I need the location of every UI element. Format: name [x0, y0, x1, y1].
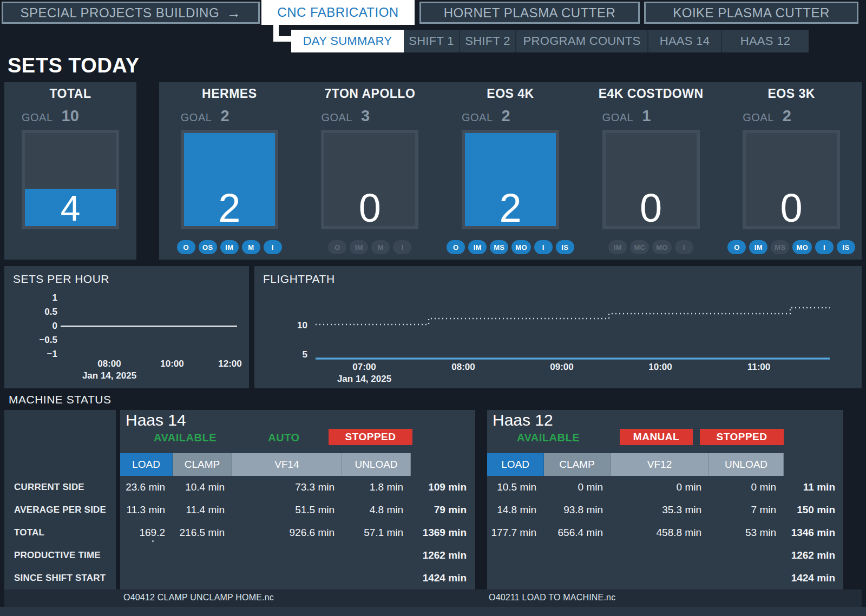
arrow-right-icon: →	[227, 6, 241, 20]
table-row-total: 177.7 min 656.4 min 458.8 min 53 min 134…	[487, 521, 843, 544]
cell: 35.3 min	[611, 504, 709, 516]
goal-value: 2	[502, 107, 510, 125]
dashboard-root: SPECIAL PROJECTS BUILDING → CNC FABRICAT…	[0, 0, 866, 616]
station-clamp: CLAMP	[544, 453, 611, 476]
subtab-label: PROGRAM COUNTS	[523, 34, 641, 48]
table-row-productive-time: 1262 min	[120, 544, 475, 567]
station-vf14: VF14	[232, 453, 342, 476]
goal-value: 10	[62, 107, 79, 125]
step-badge: I	[393, 240, 411, 254]
step-badges: O IM MS MO I IS	[440, 240, 581, 254]
subtab-label: DAY SUMMARY	[303, 34, 392, 48]
subtab-program-counts[interactable]: PROGRAM COUNTS	[515, 30, 647, 52]
flightpath-target-line	[316, 308, 830, 324]
sets-card-7ton-apollo: 7TON APOLLO GOAL 3 0 O IM M I	[300, 82, 441, 260]
goal-label: GOAL	[321, 111, 352, 124]
subtab-label: SHIFT 1	[409, 34, 454, 48]
nav-tab-label: KOIKE PLASMA CUTTER	[673, 5, 830, 21]
step-badge: MS	[490, 240, 508, 254]
nav-tab-cnc-fabrication[interactable]: CNC FABRICATION	[261, 0, 415, 25]
svg-text:5: 5	[303, 349, 307, 360]
sets-count: 0	[743, 188, 840, 228]
row-label-productive-time: PRODUCTIVE TIME	[14, 550, 117, 561]
svg-text:09:00: 09:00	[550, 362, 573, 372]
card-title: E4K COSTDOWN	[581, 87, 721, 101]
nav-tab-label: HORNET PLASMA CUTTER	[444, 5, 616, 21]
haas-12-program-name: O40211 LOAD TO MACHINE.nc	[489, 593, 615, 602]
step-badge: O	[447, 240, 465, 254]
goal-label: GOAL	[22, 111, 53, 124]
table-row-total: 169.2 216.5 min 926.6 min 57.1 min 1369 …	[120, 521, 475, 544]
row-label-total: TOTAL	[14, 527, 117, 538]
step-badges: O IM MS MO I IS	[721, 240, 862, 254]
machine-name: Haas 12	[493, 411, 553, 429]
nav-tab-hornet-plasma-cutter[interactable]: HORNET PLASMA CUTTER	[419, 2, 640, 24]
step-badge: IS	[556, 240, 574, 254]
status-manual-badge: MANUAL	[620, 429, 693, 445]
cell: 926.6 min	[232, 527, 342, 539]
flightpath-panel: FLIGHTPATH 10 5 07:00 08:00 09:00 10:00 …	[254, 266, 862, 388]
subtab-shift-1[interactable]: SHIFT 1	[404, 30, 459, 52]
goal-row: GOAL 10	[22, 107, 119, 125]
card-title: 7TON APOLLO	[300, 87, 441, 101]
svg-text:0.5: 0.5	[44, 307, 57, 317]
sets-gauge: 0	[743, 130, 840, 229]
subtab-shift-2[interactable]: SHIFT 2	[459, 30, 515, 52]
step-badges: O IM M I	[300, 240, 441, 254]
nav-building-label: SPECIAL PROJECTS BUILDING	[20, 5, 219, 21]
page-title: SETS TODAY	[8, 54, 140, 77]
cell: 93.8 min	[544, 504, 611, 516]
step-badge: IS	[837, 240, 855, 254]
status-available: AVAILABLE	[150, 432, 220, 444]
svg-text:10:00: 10:00	[160, 359, 183, 369]
step-badges: O OS IM M I	[159, 240, 300, 254]
step-badge: MC	[630, 240, 649, 254]
status-stopped-badge: STOPPED	[329, 429, 412, 445]
card-title: EOS 3K	[721, 87, 862, 101]
subtab-haas-12[interactable]: HAAS 12	[721, 30, 809, 52]
svg-text:Jan 14, 2025: Jan 14, 2025	[337, 374, 391, 384]
sets-gauge: 4	[22, 130, 119, 229]
haas-14-program-name: O40412 CLAMP UNCLAMP HOME.nc	[123, 593, 274, 602]
nav-special-projects-building[interactable]: SPECIAL PROJECTS BUILDING →	[2, 2, 260, 24]
row-total: 1262 min	[411, 549, 474, 561]
row-label-average-per-side: AVERAGE PER SIDE	[14, 505, 117, 515]
table-row-average-per-side: 14.8 min 93.8 min 35.3 min 7 min 150 min	[487, 499, 843, 521]
step-badge: MO	[792, 240, 812, 254]
subtab-haas-14[interactable]: HAAS 14	[647, 30, 721, 52]
cell: 23.6 min	[120, 481, 173, 493]
cell-value: 169.2	[139, 527, 165, 538]
row-total: 1424 min	[411, 572, 474, 584]
goal-value: 1	[642, 107, 651, 125]
sets-count: 0	[602, 188, 700, 228]
svg-text:10:00: 10:00	[648, 362, 672, 372]
subtab-label: SHIFT 2	[465, 34, 510, 48]
cell: 73.3 min	[232, 481, 342, 493]
svg-text:−0.5: −0.5	[39, 335, 57, 345]
row-total: 1346 min	[784, 527, 842, 539]
step-badge: I	[534, 240, 553, 254]
station-clamp: CLAMP	[173, 453, 232, 476]
cell: 14.8 min	[487, 504, 544, 516]
sets-gauge: 0	[602, 130, 700, 229]
goal-label: GOAL	[602, 111, 634, 124]
sets-gauge: 2	[462, 130, 559, 229]
station-unload: UNLOAD	[709, 453, 784, 476]
cell: 57.1 min	[342, 527, 411, 539]
svg-text:Jan 14, 2025: Jan 14, 2025	[82, 370, 136, 381]
svg-text:10: 10	[297, 320, 307, 330]
machine-name: Haas 14	[126, 411, 186, 429]
step-badge: MO	[652, 240, 672, 254]
station-load: LOAD	[487, 453, 544, 476]
row-total: 1424 min	[784, 572, 842, 584]
subtab-day-summary[interactable]: DAY SUMMARY	[291, 30, 404, 52]
row-total: 150 min	[784, 504, 842, 516]
row-total: 79 min	[411, 504, 474, 516]
cell: 11.3 min	[120, 504, 173, 516]
sets-card-eos-3k: EOS 3K GOAL 2 0 O IM MS MO I IS	[721, 82, 862, 260]
sets-count: 2	[462, 188, 559, 228]
goal-value: 3	[361, 107, 370, 125]
nav-tab-koike-plasma-cutter[interactable]: KOIKE PLASMA CUTTER	[644, 2, 858, 24]
station-load: LOAD	[120, 453, 173, 476]
sets-card-total: TOTAL GOAL 10 4	[4, 82, 136, 260]
